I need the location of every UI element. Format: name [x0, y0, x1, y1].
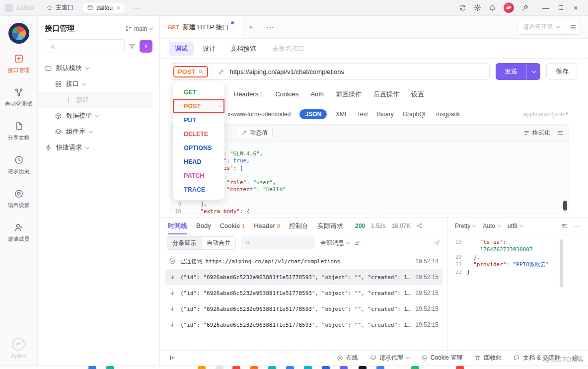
- view-mode-pretty[interactable]: Pretty: [455, 222, 476, 229]
- sync-icon[interactable]: [459, 4, 466, 11]
- send-button[interactable]: 发送: [496, 63, 540, 80]
- sidebar-item-share[interactable]: 分享文档: [5, 121, 32, 142]
- response-tab[interactable]: Header8: [254, 218, 280, 234]
- config-tab[interactable]: 后置操作: [373, 90, 399, 99]
- method-option-get[interactable]: GET: [173, 85, 224, 99]
- titlebar-more-button[interactable]: ···: [129, 4, 145, 11]
- taskbar-icon[interactable]: [250, 366, 258, 369]
- taskbar-icon[interactable]: [198, 366, 206, 369]
- method-select[interactable]: POST: [173, 66, 208, 77]
- response-scrollbar[interactable]: [560, 239, 563, 287]
- method-option-put[interactable]: PUT: [173, 113, 224, 127]
- sidebar-item-history[interactable]: 请求历史: [5, 155, 32, 175]
- timeline-row[interactable]: {"id": "6926abad6c5232e963881f1e51778593…: [165, 301, 442, 317]
- view-tab[interactable]: 文档预览: [224, 42, 262, 56]
- timeline-row[interactable]: 已连接到 https://aiping.cn/api/v1/chat/compl…: [165, 253, 442, 269]
- response-tab[interactable]: 控制台: [289, 218, 308, 234]
- pin-icon[interactable]: [521, 4, 529, 11]
- minimize-button[interactable]: —: [538, 1, 553, 14]
- maximize-button[interactable]: [553, 1, 568, 14]
- wrap-button[interactable]: [557, 130, 564, 136]
- collapse-left-icon[interactable]: [169, 354, 176, 362]
- tree-node-cube[interactable]: 数据模型: [38, 108, 159, 124]
- timeline-row[interactable]: {"id": "6926abad6c5232e963881f1e51778593…: [165, 317, 442, 333]
- online-status[interactable]: 在线: [337, 354, 358, 362]
- view-tab[interactable]: 调试: [169, 42, 194, 56]
- taskbar-icon[interactable]: [456, 366, 464, 369]
- taskbar-icon[interactable]: [304, 366, 312, 369]
- project-avatar[interactable]: [8, 23, 29, 44]
- config-tab[interactable]: Cookies: [275, 90, 298, 99]
- taskbar-icon[interactable]: [106, 366, 114, 369]
- environment-select[interactable]: 请选择环境: [517, 23, 565, 31]
- taskbar-icon[interactable]: [359, 366, 367, 369]
- body-type-json[interactable]: JSON: [299, 109, 327, 119]
- method-option-delete[interactable]: DELETE: [173, 127, 224, 141]
- code-lines[interactable]: 1{2 "model": "GLM-4.6",3 "stream": true,…: [170, 142, 569, 214]
- view-mode-auto[interactable]: Auto: [483, 222, 501, 229]
- config-tab[interactable]: 设置: [411, 90, 424, 99]
- sidebar-item-invite[interactable]: 邀请成员: [5, 222, 32, 243]
- tree-node-folder[interactable]: 默认模块: [38, 60, 159, 76]
- branch-selector[interactable]: main: [125, 25, 152, 32]
- taskbar-icon[interactable]: [268, 366, 276, 369]
- sidebar-item-project[interactable]: 项目设置: [5, 189, 32, 209]
- body-type-x-www-form-urlencoded[interactable]: x-www-form-urlencoded: [227, 111, 291, 118]
- share-icon[interactable]: [416, 222, 423, 229]
- resize-handle[interactable]: ···: [366, 212, 382, 219]
- main-window-button[interactable]: 主窗口: [42, 1, 78, 14]
- view-tab[interactable]: 设计: [197, 42, 221, 56]
- save-button[interactable]: 保存: [546, 63, 578, 80]
- body-type-xml[interactable]: XML: [336, 111, 348, 118]
- close-tab-icon[interactable]: ×: [117, 4, 121, 11]
- search-input[interactable]: [45, 39, 125, 53]
- tree-node-plus[interactable]: 新建: [38, 92, 152, 108]
- timeline-search-input[interactable]: [241, 236, 315, 249]
- gear-icon[interactable]: [474, 4, 481, 11]
- taskbar-icon[interactable]: [340, 366, 348, 369]
- method-option-head[interactable]: HEAD: [173, 155, 224, 169]
- body-type-graphql[interactable]: GraphQL: [403, 111, 427, 118]
- response-tab[interactable]: 时间线: [168, 218, 187, 234]
- dynamic-value-button[interactable]: 动态值: [236, 127, 273, 139]
- config-tab[interactable]: Auth: [310, 90, 324, 99]
- format-button[interactable]: 格式化: [523, 129, 550, 137]
- wrap-icon[interactable]: [561, 222, 568, 229]
- sidebar-item-test[interactable]: 自动化测试: [5, 87, 32, 108]
- message-filter-select[interactable]: 全部消息: [320, 239, 350, 247]
- body-type-binary[interactable]: Binary: [377, 111, 394, 118]
- method-option-trace[interactable]: TRACE: [173, 183, 224, 197]
- send-options-button[interactable]: [526, 63, 540, 80]
- response-json[interactable]: 19 "ts_us": 176476273393880720 },21 "pro…: [448, 234, 588, 350]
- response-tab[interactable]: Body: [196, 218, 211, 234]
- timeline-row[interactable]: {"id": "6926abad6c5232e963881f1e51778593…: [165, 269, 442, 285]
- taskbar-icon[interactable]: [286, 366, 294, 369]
- filter-icon[interactable]: [129, 43, 136, 50]
- taskbar-icon[interactable]: [232, 366, 240, 369]
- sort-icon[interactable]: [355, 239, 362, 246]
- tree-node-bolt[interactable]: 快捷请求: [38, 140, 159, 155]
- tree-node-layers[interactable]: 组件库: [38, 124, 159, 140]
- request-proxy-button[interactable]: 请求代理: [370, 354, 409, 362]
- environment-menu-button[interactable]: [565, 20, 581, 34]
- taskbar-icon[interactable]: [216, 366, 223, 369]
- taskbar-icon[interactable]: [411, 366, 419, 369]
- method-option-options[interactable]: OPTIONS: [173, 141, 224, 155]
- split-display-button[interactable]: 分条展示: [167, 237, 201, 249]
- timeline-row[interactable]: {"id": "6926abad6c5232e963881f1e51778593…: [165, 285, 442, 301]
- taskbar-icon[interactable]: [376, 366, 384, 369]
- body-type-msgpack[interactable]: msgpack: [436, 111, 460, 118]
- config-tab[interactable]: Headers1: [234, 90, 263, 99]
- url-input[interactable]: https://aiping.cn/api/v1/chat/completion…: [229, 68, 344, 75]
- tab-more-button[interactable]: ···: [260, 16, 281, 38]
- taskbar-icon[interactable]: [88, 366, 96, 369]
- close-window-button[interactable]: ×: [568, 1, 583, 14]
- recycle-bin-button[interactable]: 回收站: [474, 354, 502, 362]
- taskbar-icon[interactable]: [322, 366, 330, 369]
- apifox-logo-icon[interactable]: [504, 2, 514, 13]
- response-tab[interactable]: Cookie1: [220, 218, 245, 234]
- bell-icon[interactable]: [489, 4, 496, 11]
- tree-node-grid[interactable]: 接口: [38, 76, 159, 92]
- new-tab-button[interactable]: +: [242, 16, 260, 38]
- response-tab[interactable]: 实际请求: [317, 218, 343, 234]
